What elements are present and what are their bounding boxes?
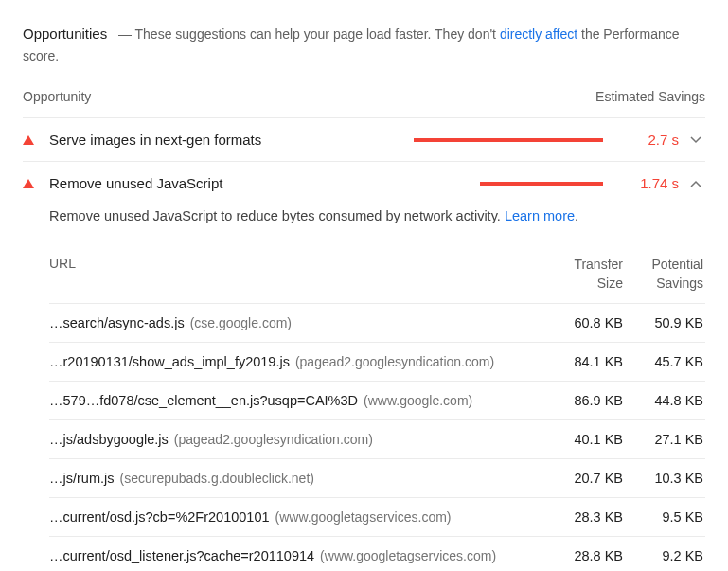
warning-triangle-icon [23, 179, 34, 188]
opportunity-title: Remove unused JavaScript [49, 175, 414, 191]
table-body: …search/async-ads.js(cse.google.com)60.8… [49, 303, 705, 571]
url-path: …current/osd.js?cb=%2Fr20100101 [49, 509, 270, 525]
transfer-cell: 28.8 KB [542, 548, 623, 563]
url-host: (pagead2.googlesyndication.com) [295, 354, 494, 369]
table-row: …js/adsbygoogle.js(pagead2.googlesyndica… [49, 419, 705, 458]
url-cell: …r20190131/show_ads_impl_fy2019.js(pagea… [49, 354, 542, 369]
url-path: …579…fd078/cse_element__en.js?usqp=CAI%3… [49, 393, 358, 408]
opportunities-header: Opportunities — These suggestions can he… [23, 23, 705, 66]
savings-cell: 50.9 KB [623, 315, 703, 330]
directly-affect-link[interactable]: directly affect [500, 27, 577, 42]
learn-more-link[interactable]: Learn more [505, 208, 575, 223]
url-host: (www.googletagservices.com) [275, 509, 452, 525]
savings-cell: 45.7 KB [623, 354, 703, 369]
table-row: …search/async-ads.js(cse.google.com)60.8… [49, 303, 705, 342]
savings-bar [414, 138, 603, 142]
url-host: (cse.google.com) [190, 315, 292, 330]
transfer-cell: 20.7 KB [542, 471, 623, 486]
table-header-row: URL Transfer Size Potential Savings [49, 246, 705, 302]
savings-cell: 9.2 KB [623, 548, 703, 563]
url-cell: …js/rum.js(securepubads.g.doubleclick.ne… [49, 471, 542, 486]
chevron-down-icon[interactable] [686, 136, 705, 144]
url-path: …current/osd_listener.js?cache=r20110914 [49, 548, 314, 563]
transfer-cell: 28.3 KB [542, 509, 623, 525]
transfer-cell: 86.9 KB [542, 393, 623, 408]
table-row: …579…fd078/cse_element__en.js?usqp=CAI%3… [49, 381, 705, 419]
column-opportunity: Opportunity [23, 89, 91, 104]
header-dash: — [111, 27, 134, 42]
opportunity-description: Remove unused JavaScript to reduce bytes… [49, 208, 705, 223]
opportunity-expanded-content: Remove unused JavaScript to reduce bytes… [23, 205, 705, 571]
opportunity-title: Serve images in next-gen formats [49, 132, 414, 148]
table-row: …js/rum.js(securepubads.g.doubleclick.ne… [49, 458, 705, 497]
savings-cell: 9.5 KB [623, 509, 703, 525]
table-row: …current/osd.js?cb=%2Fr20100101(www.goog… [49, 497, 705, 536]
url-cell: …current/osd_listener.js?cache=r20110914… [49, 548, 542, 563]
url-host: (www.google.com) [364, 393, 472, 408]
url-cell: …search/async-ads.js(cse.google.com) [49, 315, 542, 330]
header-text-prefix: These suggestions can help your page loa… [135, 27, 500, 42]
description-text: Remove unused JavaScript to reduce bytes… [49, 208, 505, 223]
url-host: (www.googletagservices.com) [320, 548, 496, 563]
column-savings: Estimated Savings [595, 89, 705, 104]
chevron-up-icon[interactable] [686, 180, 705, 187]
url-path: …r20190131/show_ads_impl_fy2019.js [49, 354, 290, 369]
period: . [575, 208, 578, 223]
columns-header: Opportunity Estimated Savings [23, 89, 705, 104]
warning-triangle-icon [23, 135, 34, 145]
transfer-cell: 60.8 KB [542, 315, 623, 330]
savings-cell: 27.1 KB [623, 432, 703, 447]
table-header-url: URL [49, 256, 542, 293]
url-cell: …js/adsbygoogle.js(pagead2.googlesyndica… [49, 432, 542, 447]
url-host: (pagead2.googlesyndication.com) [174, 432, 373, 447]
savings-cell: 10.3 KB [623, 471, 703, 486]
url-cell: …579…fd078/cse_element__en.js?usqp=CAI%3… [49, 393, 542, 408]
table-header-savings: Potential Savings [623, 256, 703, 293]
savings-cell: 44.8 KB [623, 393, 703, 408]
table-row: …current/osd_listener.js?cache=r20110914… [49, 536, 705, 571]
savings-value: 2.7 s [622, 132, 679, 148]
transfer-cell: 40.1 KB [542, 432, 623, 447]
savings-value: 1.74 s [622, 175, 679, 191]
url-path: …js/adsbygoogle.js [49, 432, 169, 447]
opportunities-title: Opportunities [23, 26, 107, 42]
url-path: …js/rum.js [49, 471, 114, 486]
savings-bar [414, 182, 603, 186]
url-host: (securepubads.g.doubleclick.net) [119, 471, 313, 486]
url-path: …search/async-ads.js [49, 315, 185, 330]
opportunity-row-unused-js[interactable]: Remove unused JavaScript 1.74 s [23, 161, 705, 205]
table-row: …r20190131/show_ads_impl_fy2019.js(pagea… [49, 342, 705, 381]
table-header-transfer: Transfer Size [542, 256, 623, 293]
url-cell: …current/osd.js?cb=%2Fr20100101(www.goog… [49, 509, 542, 525]
opportunity-row-nextgen-images[interactable]: Serve images in next-gen formats 2.7 s [23, 117, 705, 161]
transfer-cell: 84.1 KB [542, 354, 623, 369]
